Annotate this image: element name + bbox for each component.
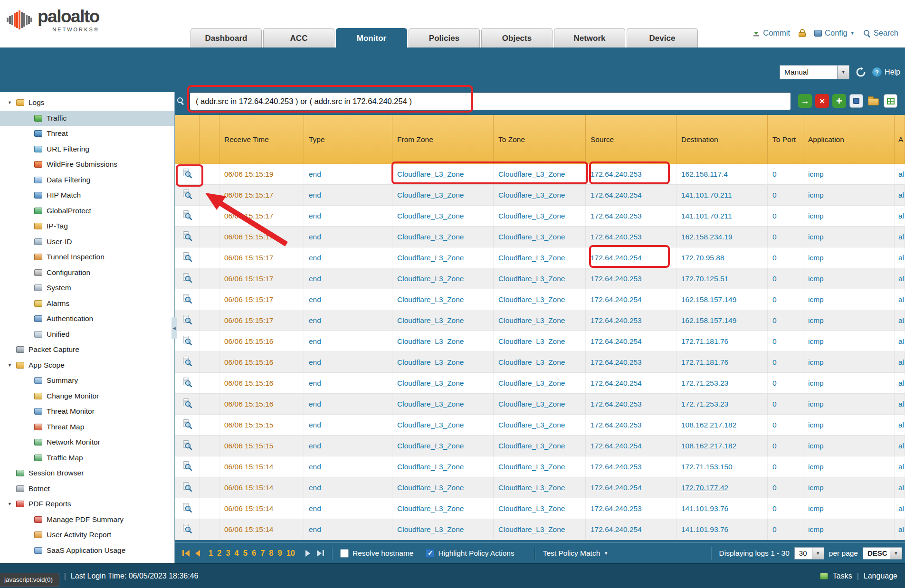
source-cell[interactable]: 172.64.240.253 <box>586 206 676 226</box>
log-detail-icon[interactable] <box>182 419 192 431</box>
sidebar-item-configuration[interactable]: Configuration <box>0 265 174 281</box>
to-zone-cell[interactable]: Cloudflare_L3_Zone <box>494 498 586 519</box>
tab-acc[interactable]: ACC <box>263 28 334 47</box>
sidebar-item-packet-capture[interactable]: Packet Capture <box>0 342 174 358</box>
from-zone-cell[interactable]: Cloudflare_L3_Zone <box>392 373 494 393</box>
table-row[interactable]: 06/06 15:15:15 end Cloudflare_L3_Zone Cl… <box>175 415 905 436</box>
receive-time-cell[interactable]: 06/06 15:15:15 <box>219 436 304 456</box>
destination-cell[interactable]: 141.101.93.76 <box>676 498 768 519</box>
table-row[interactable]: 06/06 15:15:16 end Cloudflare_L3_Zone Cl… <box>175 394 905 415</box>
type-cell[interactable]: end <box>304 164 392 184</box>
page-number-6[interactable]: 6 <box>252 549 256 558</box>
action-cell[interactable]: al <box>895 394 905 414</box>
destination-cell[interactable]: 141.101.70.211 <box>676 206 768 226</box>
to-zone-cell[interactable]: Cloudflare_L3_Zone <box>494 394 586 414</box>
column-header-source[interactable]: Source <box>586 115 676 164</box>
first-page-button[interactable] <box>182 550 190 557</box>
refresh-mode-select[interactable]: Manual ▼ <box>780 65 849 79</box>
to-zone-cell[interactable]: Cloudflare_L3_Zone <box>494 247 586 268</box>
sidebar-item-wildfire-submissions[interactable]: WildFire Submissions <box>0 157 174 172</box>
source-cell[interactable]: 172.64.240.254 <box>586 519 676 540</box>
log-detail-icon[interactable] <box>182 482 192 493</box>
to-port-cell[interactable]: 0 <box>768 331 803 351</box>
from-zone-cell[interactable]: Cloudflare_L3_Zone <box>392 415 494 435</box>
search-menu[interactable]: Search <box>863 28 898 38</box>
type-cell[interactable]: end <box>304 436 392 456</box>
source-cell[interactable]: 172.64.240.253 <box>586 352 676 372</box>
to-port-cell[interactable]: 0 <box>768 498 803 519</box>
add-filter-icon[interactable]: + <box>832 94 846 108</box>
page-number-7[interactable]: 7 <box>260 549 265 558</box>
application-cell[interactable]: icmp <box>803 519 895 540</box>
to-zone-cell[interactable]: Cloudflare_L3_Zone <box>494 331 586 351</box>
receive-time-cell[interactable]: 06/06 15:15:14 <box>219 456 304 477</box>
action-cell[interactable]: al <box>895 373 905 393</box>
to-port-cell[interactable]: 0 <box>768 268 803 289</box>
action-cell[interactable]: al <box>895 268 905 289</box>
application-cell[interactable]: icmp <box>803 456 895 477</box>
clear-filter-icon[interactable]: × <box>815 94 829 108</box>
column-header-destination[interactable]: Destination <box>676 115 768 164</box>
source-cell[interactable]: 172.64.240.253 <box>586 415 676 435</box>
from-zone-cell[interactable]: Cloudflare_L3_Zone <box>392 310 494 331</box>
table-row[interactable]: 06/06 15:15:19 end Cloudflare_L3_Zone Cl… <box>175 164 905 185</box>
from-zone-cell[interactable]: Cloudflare_L3_Zone <box>392 206 494 226</box>
from-zone-cell[interactable]: Cloudflare_L3_Zone <box>392 227 494 247</box>
sidebar-item-network-monitor[interactable]: Network Monitor <box>0 435 174 450</box>
export-logs-icon[interactable] <box>884 94 897 108</box>
to-port-cell[interactable]: 0 <box>768 436 803 456</box>
destination-cell[interactable]: 162.158.157.149 <box>676 289 768 310</box>
log-detail-icon[interactable] <box>182 356 192 368</box>
type-cell[interactable]: end <box>304 289 392 310</box>
destination-cell[interactable]: 162.158.157.149 <box>676 310 768 331</box>
table-row[interactable]: 06/06 15:15:17 end Cloudflare_L3_Zone Cl… <box>175 310 905 331</box>
action-cell[interactable]: al <box>895 331 905 351</box>
action-cell[interactable]: al <box>895 206 905 226</box>
table-row[interactable]: 06/06 15:15:17 end Cloudflare_L3_Zone Cl… <box>175 268 905 289</box>
destination-cell[interactable]: 108.162.217.182 <box>676 436 768 456</box>
log-detail-icon[interactable] <box>182 231 192 243</box>
to-port-cell[interactable]: 0 <box>768 289 803 310</box>
expander-icon[interactable]: ▼ <box>8 502 16 506</box>
log-detail-icon[interactable] <box>182 398 192 410</box>
table-row[interactable]: 06/06 15:15:16 end Cloudflare_L3_Zone Cl… <box>175 331 905 352</box>
sidebar-item-saas-application-usage[interactable]: SaaS Application Usage <box>0 543 174 559</box>
receive-time-cell[interactable]: 06/06 15:15:16 <box>219 352 304 372</box>
source-cell[interactable]: 172.64.240.253 <box>586 268 676 289</box>
application-cell[interactable]: icmp <box>803 227 895 247</box>
destination-cell[interactable]: 172.70.125.51 <box>676 268 768 289</box>
column-header-type[interactable]: Type <box>304 115 392 164</box>
tab-device[interactable]: Device <box>627 28 698 47</box>
receive-time-cell[interactable]: 06/06 15:15:14 <box>219 477 304 498</box>
receive-time-cell[interactable]: 06/06 15:15:17 <box>219 206 304 226</box>
receive-time-cell[interactable]: 06/06 15:15:14 <box>219 498 304 519</box>
log-detail-icon[interactable] <box>182 168 192 180</box>
type-cell[interactable]: end <box>304 247 392 268</box>
action-cell[interactable]: al <box>895 436 905 456</box>
to-port-cell[interactable]: 0 <box>768 373 803 393</box>
receive-time-cell[interactable]: 06/06 15:15:17 <box>219 289 304 310</box>
log-detail-icon[interactable] <box>182 210 192 222</box>
source-cell[interactable]: 172.64.240.253 <box>586 227 676 247</box>
to-port-cell[interactable]: 0 <box>768 185 803 205</box>
tasks-button[interactable]: Tasks <box>833 572 852 580</box>
sidebar-item-globalprotect[interactable]: GlobalProtect <box>0 203 174 219</box>
sort-order-select[interactable]: DESC ▼ <box>863 547 902 560</box>
table-row[interactable]: 06/06 15:15:16 end Cloudflare_L3_Zone Cl… <box>175 352 905 373</box>
table-row[interactable]: 06/06 15:15:17 end Cloudflare_L3_Zone Cl… <box>175 289 905 310</box>
page-number-4[interactable]: 4 <box>235 549 239 558</box>
source-cell[interactable]: 172.64.240.254 <box>586 289 676 310</box>
type-cell[interactable]: end <box>304 185 392 205</box>
from-zone-cell[interactable]: Cloudflare_L3_Zone <box>392 519 494 540</box>
to-port-cell[interactable]: 0 <box>768 456 803 477</box>
to-zone-cell[interactable]: Cloudflare_L3_Zone <box>494 456 586 477</box>
sidebar-item-tunnel-inspection[interactable]: Tunnel Inspection <box>0 249 174 265</box>
sidebar-item-data-filtering[interactable]: Data Filtering <box>0 172 174 188</box>
to-zone-cell[interactable]: Cloudflare_L3_Zone <box>494 164 586 184</box>
action-cell[interactable]: al <box>895 227 905 247</box>
table-row[interactable]: 06/06 15:15:14 end Cloudflare_L3_Zone Cl… <box>175 519 905 540</box>
destination-cell[interactable]: 172.70.177.42 <box>676 477 768 498</box>
destination-cell[interactable]: 172.71.253.23 <box>676 373 768 393</box>
table-row[interactable]: 06/06 15:15:14 end Cloudflare_L3_Zone Cl… <box>175 456 905 477</box>
sidebar-item-authentication[interactable]: Authentication <box>0 311 174 327</box>
